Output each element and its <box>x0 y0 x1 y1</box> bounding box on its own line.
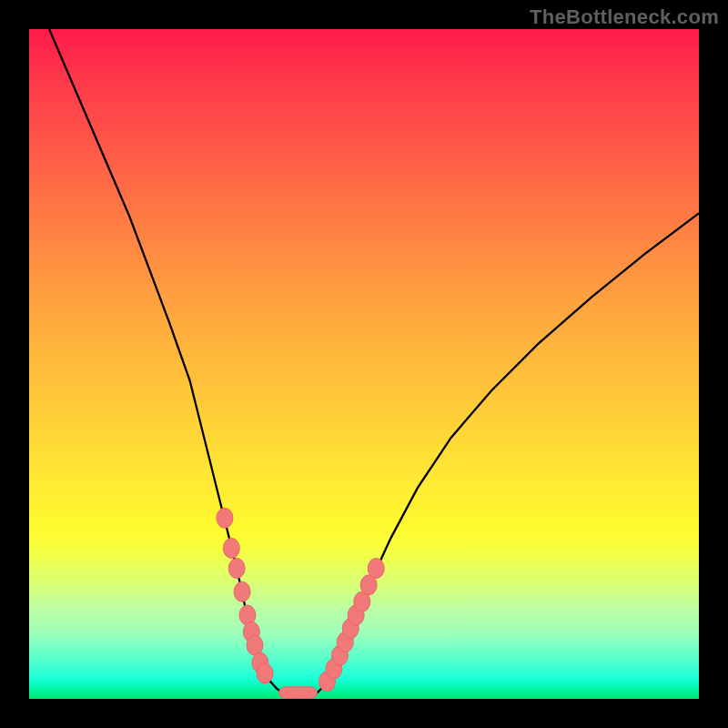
bottleneck-curve-path <box>49 29 699 698</box>
curve-marker <box>217 508 233 528</box>
curve-marker <box>257 663 273 683</box>
trough-band <box>279 687 318 699</box>
curve-marker <box>234 581 250 602</box>
curve-marker <box>368 558 384 578</box>
plot-area <box>29 29 699 699</box>
bottleneck-curve <box>29 29 699 699</box>
chart-frame: TheBottleneck.com <box>0 0 728 728</box>
curve-marker <box>223 538 239 558</box>
curve-marker <box>228 558 245 578</box>
source-label: TheBottleneck.com <box>530 5 719 29</box>
